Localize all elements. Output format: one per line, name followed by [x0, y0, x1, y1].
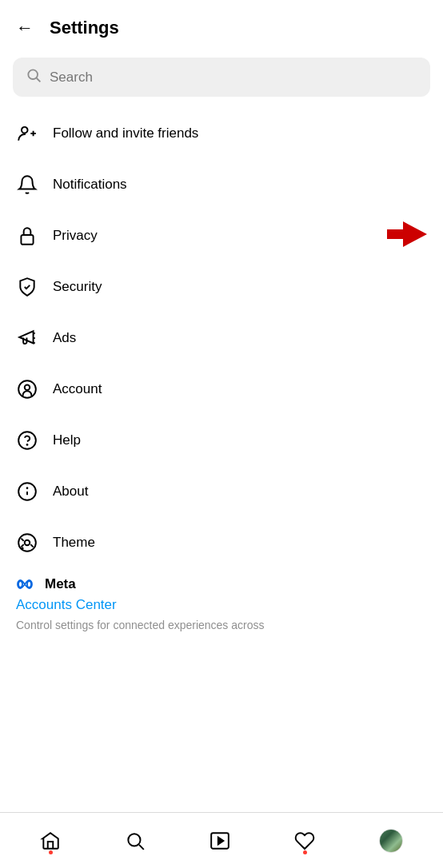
ads-label: Ads: [53, 330, 76, 346]
menu-item-security[interactable]: Security: [0, 261, 443, 313]
svg-point-23: [18, 581, 22, 587]
home-icon: [40, 830, 61, 851]
about-label: About: [53, 484, 88, 500]
svg-point-17: [18, 534, 36, 551]
help-label: Help: [53, 432, 81, 448]
menu-item-notifications[interactable]: Notifications: [0, 159, 443, 210]
svg-line-20: [30, 544, 33, 547]
menu-item-ads[interactable]: Ads: [0, 313, 443, 364]
security-label: Security: [53, 279, 102, 295]
svg-line-7: [34, 333, 35, 334]
account-icon: [16, 378, 38, 400]
account-label: Account: [53, 381, 102, 397]
search-icon: [26, 67, 42, 87]
menu-list: Follow and invite friends Notifications …: [0, 108, 443, 568]
back-button[interactable]: ←: [13, 14, 37, 42]
megaphone-icon: [16, 327, 38, 349]
svg-point-24: [27, 581, 31, 587]
svg-line-21: [21, 539, 23, 541]
svg-point-11: [25, 385, 30, 391]
svg-point-18: [25, 540, 30, 546]
accounts-center-desc: Control settings for connected experienc…: [16, 618, 427, 634]
search-bar[interactable]: [13, 58, 430, 97]
svg-marker-28: [218, 837, 224, 844]
svg-point-22: [21, 547, 23, 549]
menu-item-help[interactable]: Help: [0, 415, 443, 466]
svg-point-12: [18, 432, 36, 449]
privacy-arrow-indicator: [387, 220, 427, 252]
nav-home[interactable]: [27, 824, 74, 858]
home-nav-dot: [49, 850, 53, 854]
nav-heart[interactable]: [281, 824, 328, 858]
svg-point-0: [28, 70, 38, 79]
notifications-label: Notifications: [53, 177, 127, 193]
menu-item-privacy[interactable]: Privacy: [0, 210, 443, 261]
avatar: [379, 829, 403, 853]
shield-icon: [16, 276, 38, 298]
theme-icon: [16, 532, 38, 554]
svg-point-2: [22, 127, 28, 133]
svg-rect-5: [21, 235, 33, 245]
heart-icon: [294, 830, 315, 851]
svg-line-9: [34, 342, 35, 343]
reels-icon: [210, 830, 230, 851]
svg-line-26: [139, 844, 144, 849]
search-input[interactable]: [50, 70, 417, 86]
search-nav-icon: [125, 830, 146, 851]
menu-item-account[interactable]: Account: [0, 364, 443, 415]
svg-point-10: [18, 380, 36, 398]
nav-search[interactable]: [112, 824, 158, 858]
accounts-center-link[interactable]: Accounts Center: [16, 597, 427, 613]
heart-nav-dot: [303, 850, 307, 854]
follow-label: Follow and invite friends: [53, 125, 198, 141]
bottom-nav: [0, 812, 443, 868]
meta-section: Meta Accounts Center Control settings fo…: [0, 568, 443, 637]
privacy-label: Privacy: [53, 228, 98, 244]
header: ← Settings: [0, 0, 443, 50]
nav-reels[interactable]: [197, 824, 243, 858]
meta-logo-icon: [16, 577, 38, 591]
svg-line-19: [21, 544, 23, 547]
svg-line-1: [37, 78, 41, 82]
help-icon: [16, 429, 38, 452]
menu-item-theme[interactable]: Theme: [0, 517, 443, 568]
menu-item-follow[interactable]: Follow and invite friends: [0, 108, 443, 159]
menu-item-about[interactable]: About: [0, 466, 443, 517]
meta-brand-label: Meta: [45, 576, 76, 592]
svg-marker-6: [387, 221, 427, 247]
page-title: Settings: [50, 18, 119, 38]
lock-icon: [16, 225, 38, 247]
bell-icon: [16, 173, 38, 196]
follow-icon: [16, 122, 38, 145]
info-icon: [16, 480, 38, 503]
theme-label: Theme: [53, 535, 95, 551]
nav-profile[interactable]: [366, 822, 416, 859]
svg-point-25: [128, 834, 140, 846]
meta-brand: Meta: [16, 576, 427, 592]
